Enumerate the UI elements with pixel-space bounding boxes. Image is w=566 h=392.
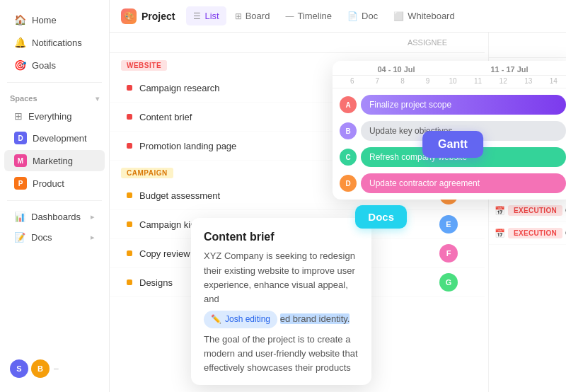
avatar-divider: – — [54, 364, 59, 374]
tab-list[interactable]: ☰ List — [186, 6, 226, 25]
tab-timeline[interactable]: ― Timeline — [278, 6, 339, 25]
gantt-bar-row: A Finalize project scope — [340, 94, 566, 115]
docs-highlighted-text: ed brand identity. — [280, 313, 350, 324]
docs-editing-label: Josh editing — [225, 313, 270, 326]
gantt-bar-row: C Refresh company website — [340, 146, 566, 168]
sidebar-divider-2 — [7, 200, 102, 201]
product-dot: P — [14, 177, 27, 190]
docs-badge: Docs — [355, 205, 407, 229]
project-label: Project — [142, 11, 175, 22]
sidebar-item-everything[interactable]: ⊞ Everything — [4, 106, 105, 126]
project-icon: 🎨 — [121, 8, 137, 24]
task-avatar: F — [439, 244, 458, 263]
gantt-avatar: B — [340, 122, 357, 139]
gantt-date: 11 — [466, 77, 491, 85]
sidebar-item-development-label: Development — [33, 133, 87, 144]
dashboards-icon: 📊 — [14, 212, 25, 222]
status-badge-execution-3: EXECUTION — [508, 228, 562, 238]
tab-list-label: List — [204, 11, 219, 21]
task-dot-red — [127, 143, 132, 149]
gantt-bar-row: B Update key objectives — [340, 120, 566, 142]
board-icon: ⊞ — [235, 11, 242, 21]
gantt-avatar: D — [340, 175, 357, 192]
sidebar-item-goals-label: Goals — [32, 60, 56, 71]
sidebar-item-home-label: Home — [32, 15, 57, 25]
gantt-avatar: A — [340, 96, 357, 113]
gantt-avatar: C — [340, 149, 357, 166]
avatar-b[interactable]: B — [31, 359, 50, 378]
tab-board-label: Board — [246, 11, 270, 21]
gantt-date: 13 — [516, 77, 541, 85]
tab-doc[interactable]: 📄 Doc — [340, 6, 385, 25]
pencil-icon: ✏️ — [211, 313, 221, 326]
main-content: 🎨 Project ☰ List ⊞ Board ― Timeline 📄 — [110, 0, 566, 392]
timeline-icon: ― — [285, 11, 294, 21]
group-label-campaign: CAMPAIGN — [121, 168, 173, 178]
right-panel-row: 📅 EXECUTION 💬 — [489, 200, 566, 222]
whiteboard-icon: ⬜ — [393, 11, 404, 21]
sidebar-item-development[interactable]: D Development — [4, 127, 105, 149]
gantt-bar-gray: Update key objectives — [361, 121, 566, 141]
gantt-week2: 11 - 17 Jul — [453, 65, 566, 74]
sidebar-item-notifications[interactable]: 🔔 Notifications — [4, 32, 105, 53]
goals-icon: 🎯 — [14, 59, 26, 71]
gantt-bar-pink: Update contractor agreement — [361, 173, 566, 193]
task-dot-yellow — [127, 250, 132, 256]
gantt-header: 04 - 10 Jul 11 - 17 Jul — [333, 61, 566, 76]
task-dot-yellow — [127, 192, 132, 198]
docs-body-text-2: The goal of the project is to create a m… — [204, 334, 358, 373]
avatar-group: S B – — [0, 354, 109, 384]
right-panel-row: 📅 EXECUTION 💬 — [489, 222, 566, 245]
gantt-date: 7 — [365, 77, 391, 85]
gantt-date: 14 — [541, 77, 567, 85]
sidebar-item-everything-label: Everything — [28, 111, 71, 122]
gantt-week1: 04 - 10 Jul — [340, 65, 453, 74]
docs-icon: 📝 — [14, 232, 25, 243]
tab-timeline-label: Timeline — [297, 11, 332, 21]
sidebar-item-marketing[interactable]: M Marketing — [4, 150, 105, 171]
top-bar: 🎨 Project ☰ List ⊞ Board ― Timeline 📄 — [110, 0, 566, 33]
sidebar-item-marketing-label: Marketing — [33, 156, 73, 166]
gantt-date: 8 — [390, 77, 415, 85]
tab-doc-label: Doc — [362, 11, 378, 21]
list-icon: ☰ — [193, 11, 201, 21]
gantt-date: 9 — [415, 77, 441, 85]
tab-whiteboard[interactable]: ⬜ Whiteboard — [386, 6, 461, 25]
gantt-date: 6 — [340, 77, 365, 85]
spaces-chevron[interactable]: ▾ — [96, 95, 99, 103]
sidebar-item-docs[interactable]: 📝 Docs ▸ — [4, 228, 105, 247]
sidebar: 🏠 Home 🔔 Notifications 🎯 Goals Spaces ▾ … — [0, 0, 110, 392]
rp-calendar-icon-4: 📅 — [495, 229, 505, 238]
doc-icon: 📄 — [347, 11, 358, 21]
gantt-bar-purple: Finalize project scope — [361, 95, 566, 115]
task-dot-yellow — [127, 221, 132, 227]
gantt-bar-row: D Update contractor agreement — [340, 173, 566, 194]
nav-tabs: ☰ List ⊞ Board ― Timeline 📄 Doc ⬜ Whi — [186, 6, 461, 25]
sidebar-item-product-label: Product — [33, 178, 64, 189]
docs-chevron: ▸ — [91, 233, 95, 242]
avatar-s[interactable]: S — [10, 359, 28, 378]
dashboards-chevron: ▸ — [91, 212, 95, 221]
tab-board[interactable]: ⊞ Board — [228, 6, 277, 25]
project-title: 🎨 Project — [121, 8, 175, 24]
sidebar-item-product[interactable]: P Product — [4, 173, 105, 194]
bell-icon: 🔔 — [14, 37, 26, 48]
status-badge-execution-2: EXECUTION — [508, 205, 562, 216]
sidebar-item-dashboards-label: Dashboards — [31, 212, 81, 222]
gantt-card: 04 - 10 Jul 11 - 17 Jul 6 7 8 9 10 11 12… — [333, 61, 566, 200]
task-dot-red — [127, 85, 132, 91]
content-area: ASSIGNEE WEBSITE Campaign research A — [110, 33, 566, 392]
gantt-body: A Finalize project scope B Update key ob… — [333, 88, 566, 200]
task-assignee-col-header: ASSIGNEE — [403, 38, 452, 47]
spaces-section: Spaces ▾ — [0, 88, 109, 105]
docs-body-text-1: XYZ Company is seeking to redesign their… — [204, 250, 355, 304]
sidebar-divider-1 — [7, 82, 102, 83]
task-avatar: G — [439, 273, 458, 292]
gantt-dates-row: 6 7 8 9 10 11 12 13 14 — [333, 76, 566, 88]
sidebar-item-dashboards[interactable]: 📊 Dashboards ▸ — [4, 207, 105, 226]
sidebar-item-home[interactable]: 🏠 Home — [4, 9, 105, 30]
sidebar-item-goals[interactable]: 🎯 Goals — [4, 54, 105, 76]
docs-editing-tag: ✏️ Josh editing — [204, 311, 277, 328]
spaces-label: Spaces — [10, 94, 37, 103]
docs-card-body: XYZ Company is seeking to redesign their… — [204, 249, 359, 375]
